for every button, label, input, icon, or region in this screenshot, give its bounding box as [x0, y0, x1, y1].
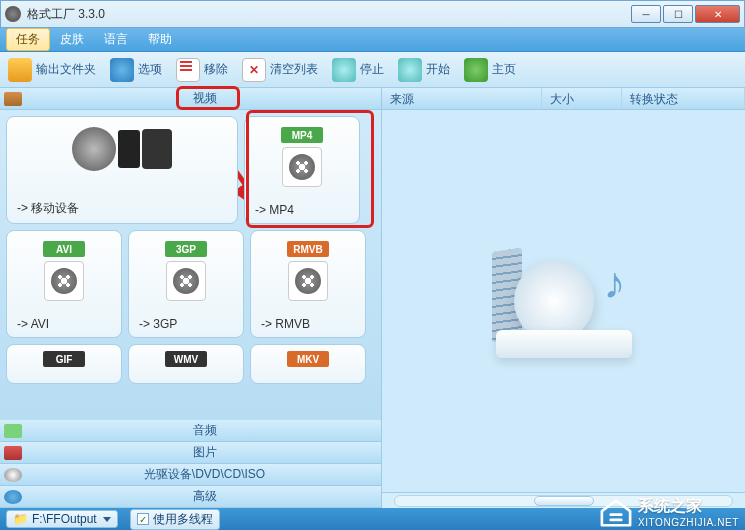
task-list-panel: 来源 大小 转换状态 ♪: [382, 88, 745, 508]
tile-avi[interactable]: AVI -> AVI: [6, 230, 122, 338]
audio-icon: [4, 424, 22, 438]
scrollbar-thumb[interactable]: [534, 496, 594, 506]
homepage-label: 主页: [492, 61, 516, 78]
stop-button[interactable]: 停止: [332, 58, 384, 82]
gif-badge: GIF: [43, 351, 85, 367]
options-button[interactable]: 选项: [110, 58, 162, 82]
menu-task[interactable]: 任务: [6, 28, 50, 51]
window-title: 格式工厂 3.3.0: [27, 6, 631, 23]
col-size[interactable]: 大小: [542, 88, 622, 109]
image-icon: [4, 446, 22, 460]
category-disc-header[interactable]: 光驱设备\DVD\CD\ISO: [0, 464, 381, 486]
task-list-body[interactable]: ♪: [382, 110, 745, 492]
task-list-header: 来源 大小 转换状态: [382, 88, 745, 110]
category-image-label: 图片: [28, 444, 381, 461]
empty-list-illustration: ♪: [484, 236, 644, 366]
category-advanced-label: 高级: [28, 488, 381, 505]
video-icon: [4, 92, 22, 106]
tile-rmvb-label: -> RMVB: [261, 317, 310, 331]
3gp-badge: 3GP: [165, 241, 207, 257]
mp4-badge: MP4: [281, 127, 323, 143]
close-button[interactable]: ✕: [695, 5, 740, 23]
output-path-text: F:\FFOutput: [32, 512, 97, 526]
home-icon: [464, 58, 488, 82]
folder-icon: [8, 58, 32, 82]
menu-help[interactable]: 帮助: [138, 28, 182, 51]
start-button[interactable]: 开始: [398, 58, 450, 82]
tile-wmv[interactable]: WMV: [128, 344, 244, 384]
multithread-toggle[interactable]: ✓ 使用多线程: [130, 509, 220, 530]
tile-avi-label: -> AVI: [17, 317, 49, 331]
category-disc-label: 光驱设备\DVD\CD\ISO: [28, 466, 381, 483]
remove-button[interactable]: 移除: [176, 58, 228, 82]
output-folder-label: 输出文件夹: [36, 61, 96, 78]
rmvb-badge: RMVB: [287, 241, 329, 257]
clear-list-button[interactable]: ✕清空列表: [242, 58, 318, 82]
watermark-logo-icon: [598, 497, 634, 527]
folder-small-icon: 📁: [13, 512, 28, 526]
video-tiles: -> 移动设备 MP4 -> MP4 AVI -> AVI 3GP: [0, 110, 381, 420]
multithread-label: 使用多线程: [153, 511, 213, 528]
wmv-badge: WMV: [165, 351, 207, 367]
tile-3gp-label: -> 3GP: [139, 317, 177, 331]
dropdown-icon: [103, 517, 111, 522]
tile-gif[interactable]: GIF: [6, 344, 122, 384]
devices-icon: [72, 127, 172, 171]
tile-rmvb[interactable]: RMVB -> RMVB: [250, 230, 366, 338]
start-label: 开始: [426, 61, 450, 78]
menu-bar: 任务 皮肤 语言 帮助: [0, 28, 745, 52]
menu-language[interactable]: 语言: [94, 28, 138, 51]
title-bar: 格式工厂 3.3.0 ─ ☐ ✕: [0, 0, 745, 28]
clear-icon: ✕: [242, 58, 266, 82]
tile-mkv[interactable]: MKV: [250, 344, 366, 384]
avi-icon: [44, 261, 84, 301]
3gp-icon: [166, 261, 206, 301]
homepage-button[interactable]: 主页: [464, 58, 516, 82]
tile-mp4-label: -> MP4: [255, 203, 294, 217]
category-panel: 视频 -> 移动设备 MP4 -> MP4: [0, 88, 382, 508]
mkv-badge: MKV: [287, 351, 329, 367]
col-source[interactable]: 来源: [382, 88, 542, 109]
mp4-icon: [282, 147, 322, 187]
checkbox-icon: ✓: [137, 513, 149, 525]
watermark-title: 系统之家: [638, 496, 739, 517]
options-label: 选项: [138, 61, 162, 78]
watermark-subtitle: XITONGZHIJIA.NET: [638, 517, 739, 528]
tile-mobile-device[interactable]: -> 移动设备: [6, 116, 238, 224]
remove-icon: [176, 58, 200, 82]
app-icon: [5, 6, 21, 22]
stop-label: 停止: [360, 61, 384, 78]
avi-badge: AVI: [43, 241, 85, 257]
category-audio-header[interactable]: 音频: [0, 420, 381, 442]
watermark: 系统之家 XITONGZHIJIA.NET: [598, 496, 739, 528]
remove-label: 移除: [204, 61, 228, 78]
stop-icon: [332, 58, 356, 82]
gear-icon: [110, 58, 134, 82]
output-path-field[interactable]: 📁 F:\FFOutput: [6, 510, 118, 528]
disc-icon: [4, 468, 22, 482]
menu-skin[interactable]: 皮肤: [50, 28, 94, 51]
clear-list-label: 清空列表: [270, 61, 318, 78]
category-image-header[interactable]: 图片: [0, 442, 381, 464]
maximize-button[interactable]: ☐: [663, 5, 693, 23]
advanced-icon: [4, 490, 22, 504]
category-video-header[interactable]: 视频: [0, 88, 381, 110]
category-video-label: 视频: [28, 90, 381, 107]
tile-3gp[interactable]: 3GP -> 3GP: [128, 230, 244, 338]
tile-mobile-label: -> 移动设备: [17, 200, 79, 217]
output-folder-button[interactable]: 输出文件夹: [8, 58, 96, 82]
rmvb-icon: [288, 261, 328, 301]
category-advanced-header[interactable]: 高级: [0, 486, 381, 508]
category-audio-label: 音频: [28, 422, 381, 439]
col-status[interactable]: 转换状态: [622, 88, 745, 109]
tile-mp4[interactable]: MP4 -> MP4: [244, 116, 360, 224]
toolbar: 输出文件夹 选项 移除 ✕清空列表 停止 开始 主页: [0, 52, 745, 88]
minimize-button[interactable]: ─: [631, 5, 661, 23]
play-icon: [398, 58, 422, 82]
